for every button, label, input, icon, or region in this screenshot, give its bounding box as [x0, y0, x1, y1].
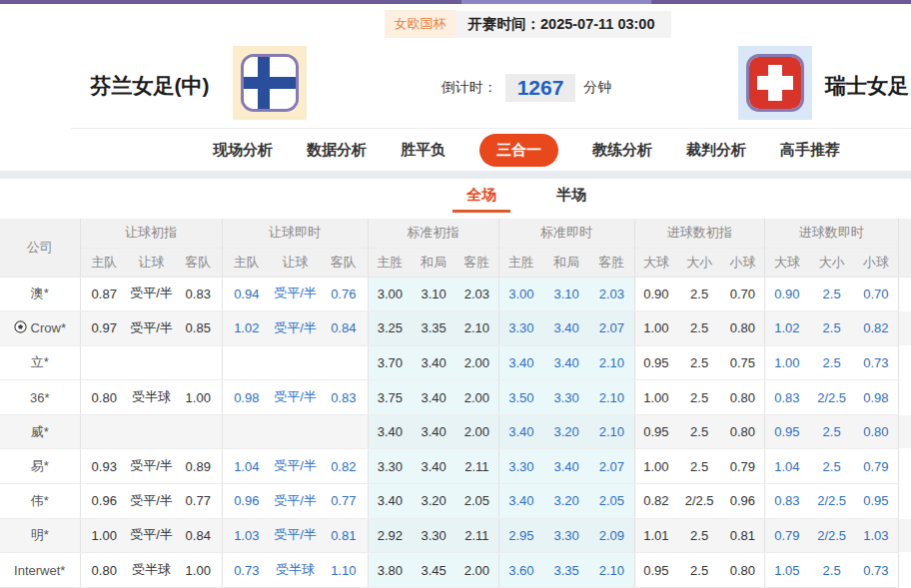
odds-cell: 2/2.5	[809, 518, 854, 553]
nav-tab-7[interactable]: 高手推荐	[780, 141, 840, 160]
odds-cell: 0.90	[634, 277, 677, 311]
odds-cell: 3.20	[543, 414, 589, 449]
odds-cell: 2.03	[456, 277, 498, 311]
odds-cell: 0.73	[222, 553, 271, 588]
odds-cell: 3.10	[543, 277, 589, 311]
odds-cell: 0.80	[80, 380, 128, 415]
nav-tab-6[interactable]: 裁判分析	[686, 141, 746, 160]
company-cell[interactable]: 易*	[0, 449, 80, 484]
company-cell[interactable]: Interwet*	[0, 553, 80, 588]
nav-tab-1[interactable]: 现场分析	[213, 141, 273, 160]
odds-cell: 0.95	[634, 414, 677, 449]
company-cell[interactable]: 立*	[0, 345, 80, 380]
sub-header: 客队	[175, 248, 222, 277]
odds-cell: 1.04	[222, 449, 271, 484]
odds-cell: 1.00	[634, 449, 677, 484]
odds-row-8: 明*1.00受平/半0.841.03受平/半0.812.923.302.112.…	[0, 518, 911, 553]
odds-cell: 3.50	[498, 380, 543, 415]
match-odds-page: 女欧国杯 开赛时间：2025-07-11 03:00 芬兰女足(中) 倒计时：1…	[0, 0, 911, 588]
cutoff-cell	[898, 414, 911, 449]
period-tab-2[interactable]: 半场	[548, 186, 594, 213]
nav-tab-4[interactable]: 三合一	[479, 134, 558, 167]
odds-row-5: 威*3.403.402.003.403.202.100.952.50.800.9…	[0, 414, 911, 449]
odds-row-6: 易*0.93受平/半0.891.04受平/半0.823.303.402.113.…	[0, 449, 911, 484]
odds-cell: 0.95	[634, 345, 677, 380]
odds-cell: 3.35	[543, 553, 589, 588]
odds-cell	[175, 414, 222, 449]
odds-cell: 2.5	[677, 553, 721, 588]
odds-cell: 0.76	[320, 277, 368, 311]
odds-cell: 3.60	[498, 553, 543, 588]
odds-cell: 2.5	[677, 277, 721, 311]
odds-table: 公司让球初指让球即时标准初指标准即时进球数初指进球数即时主队让球客队主队让球客队…	[0, 219, 911, 588]
group-header-2: 让球即时	[222, 219, 368, 248]
odds-cell: 受平/半	[271, 484, 320, 519]
odds-cell: 受平/半	[271, 311, 320, 346]
odds-cell: 0.97	[80, 311, 128, 346]
odds-cell: 受半球	[271, 553, 320, 588]
company-cell[interactable]: Crow*	[0, 311, 80, 346]
odds-cell: 3.45	[412, 553, 456, 588]
odds-cell: 0.82	[320, 449, 368, 484]
odds-cell: 3.40	[543, 449, 589, 484]
odds-cell: 2.00	[456, 345, 498, 380]
group-header-1: 让球初指	[80, 219, 222, 248]
odds-cell: 3.30	[498, 449, 543, 484]
odds-cell: 受平/半	[128, 484, 175, 519]
odds-cell: 0.80	[80, 553, 128, 588]
odds-cell: 0.82	[634, 484, 677, 519]
company-cell[interactable]: 伟*	[0, 484, 80, 519]
company-cell[interactable]: 澳*	[0, 277, 80, 311]
odds-cell: 1.03	[222, 518, 271, 553]
odds-row-1: 澳*0.87受平/半0.830.94受平/半0.763.003.102.033.…	[0, 277, 911, 311]
company-cell[interactable]: 明*	[0, 518, 80, 553]
odds-cell	[271, 345, 320, 380]
odds-cell	[271, 414, 320, 449]
teams-header: 芬兰女足(中) 倒计时：1267分钟 瑞士女足	[0, 44, 911, 128]
odds-cell	[128, 345, 175, 380]
odds-cell: 3.40	[498, 484, 543, 519]
sub-header: 和局	[543, 248, 589, 277]
start-time-label: 开赛时间：2025-07-11 03:00	[456, 11, 671, 38]
company-cell[interactable]: 威*	[0, 414, 80, 449]
odds-cell: 0.85	[175, 311, 222, 346]
cutoff-cell	[898, 311, 911, 346]
cutoff-column-header	[898, 219, 911, 277]
odds-cell: 0.83	[175, 277, 222, 311]
nav-tab-5[interactable]: 教练分析	[592, 141, 652, 160]
odds-cell: 0.70	[721, 277, 764, 311]
odds-cell: 2.5	[809, 553, 854, 588]
odds-cell: 2/2.5	[809, 484, 854, 519]
odds-cell: 1.02	[764, 311, 809, 346]
sub-header: 让球	[271, 248, 320, 277]
nav-tab-2[interactable]: 数据分析	[307, 141, 367, 160]
odds-cell: 2.07	[589, 311, 634, 346]
odds-cell: 2.10	[589, 380, 634, 415]
odds-cell: 2.05	[456, 484, 498, 519]
odds-cell: 0.81	[320, 518, 368, 553]
odds-cell: 2.5	[677, 414, 721, 449]
odds-row-9: Interwet*0.80受半球1.000.73受半球1.103.803.452…	[0, 553, 911, 588]
company-column-header: 公司	[0, 219, 80, 277]
company-cell[interactable]: 36*	[0, 380, 80, 415]
odds-cell: 2.5	[809, 277, 854, 311]
odds-cell: 0.79	[721, 449, 764, 484]
odds-cell: 3.75	[368, 380, 412, 415]
odds-cell: 2.11	[456, 449, 498, 484]
odds-cell: 0.80	[854, 414, 898, 449]
odds-cell: 0.98	[222, 380, 271, 415]
period-tab-1[interactable]: 全场	[458, 186, 504, 213]
odds-cell: 0.73	[854, 345, 898, 380]
odds-cell: 3.40	[543, 345, 589, 380]
countdown-unit: 分钟	[583, 79, 611, 95]
odds-cell: 0.94	[222, 277, 271, 311]
odds-cell: 1.04	[764, 449, 809, 484]
odds-cell: 0.95	[764, 414, 809, 449]
odds-cell	[80, 414, 128, 449]
odds-cell: 2.5	[677, 380, 721, 415]
odds-cell: 2/2.5	[809, 380, 854, 415]
odds-cell	[128, 414, 175, 449]
sub-header: 让球	[128, 248, 175, 277]
odds-cell	[175, 345, 222, 380]
nav-tab-3[interactable]: 胜平负	[401, 141, 446, 160]
